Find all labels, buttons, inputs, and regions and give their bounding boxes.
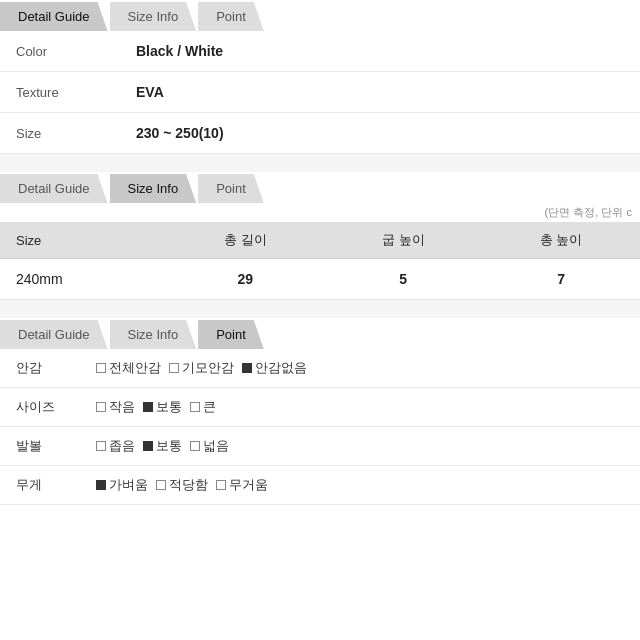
cell-heel-height: 5 [324, 259, 482, 300]
checkbox-jeonche [96, 363, 106, 373]
tab-point-1[interactable]: Point [198, 2, 264, 31]
checkbox-normal-size [143, 402, 153, 412]
table-row: 사이즈 작음 보통 큰 [0, 388, 640, 427]
option-narrow: 좁음 [96, 437, 135, 455]
tab-point-2[interactable]: Point [198, 174, 264, 203]
tab-bar-1: Detail Guide Size Info Point [0, 0, 640, 31]
section-point: Detail Guide Size Info Point 안감 전체안감 기모안… [0, 318, 640, 505]
option-large: 큰 [190, 398, 216, 416]
point-table: 안감 전체안감 기모안감 안감없음 [0, 349, 640, 505]
point-options-3: 좁음 보통 넓음 [80, 427, 640, 466]
spacer-1 [0, 154, 640, 172]
detail-guide-table: Color Black / White Texture EVA Size 230… [0, 31, 640, 154]
checkbox-narrow [96, 441, 106, 451]
checkbox-wide [190, 441, 200, 451]
point-label-4: 무게 [0, 466, 80, 505]
option-normal-width: 보통 [143, 437, 182, 455]
cell-total-length: 29 [166, 259, 324, 300]
label-texture: Texture [0, 72, 120, 113]
point-options-4: 가벼움 적당함 무거움 [80, 466, 640, 505]
checkbox-small [96, 402, 106, 412]
checkbox-heavy [216, 480, 226, 490]
col-header-total-length: 총 길이 [166, 222, 324, 259]
point-label-3: 발볼 [0, 427, 80, 466]
tab-size-info-2[interactable]: Size Info [110, 174, 197, 203]
point-label-2: 사이즈 [0, 388, 80, 427]
tab-detail-guide-1[interactable]: Detail Guide [0, 2, 108, 31]
table-row: Size 230 ~ 250(10) [0, 113, 640, 154]
point-options-2: 작음 보통 큰 [80, 388, 640, 427]
section-size-info: Detail Guide Size Info Point (단면 측정, 단위 … [0, 172, 640, 300]
tab-detail-guide-2[interactable]: Detail Guide [0, 174, 108, 203]
tab-size-info-1[interactable]: Size Info [110, 2, 197, 31]
value-size: 230 ~ 250(10) [120, 113, 640, 154]
tab-point-3[interactable]: Point [198, 320, 264, 349]
col-header-heel-height: 굽 높이 [324, 222, 482, 259]
spacer-2 [0, 300, 640, 318]
checkbox-medium-weight [156, 480, 166, 490]
table-header-row: Size 총 길이 굽 높이 총 높이 [0, 222, 640, 259]
tab-bar-3: Detail Guide Size Info Point [0, 318, 640, 349]
option-noanlining: 안감없음 [242, 359, 307, 377]
table-row: 발볼 좁음 보통 넓음 [0, 427, 640, 466]
tab-size-info-3[interactable]: Size Info [110, 320, 197, 349]
label-size: Size [0, 113, 120, 154]
tab-bar-2: Detail Guide Size Info Point [0, 172, 640, 203]
table-row: Texture EVA [0, 72, 640, 113]
checkbox-gimo [169, 363, 179, 373]
point-label-1: 안감 [0, 349, 80, 388]
table-row: 240mm 29 5 7 [0, 259, 640, 300]
col-header-total-height: 총 높이 [482, 222, 640, 259]
checkbox-light [96, 480, 106, 490]
option-wide: 넓음 [190, 437, 229, 455]
table-row: 안감 전체안감 기모안감 안감없음 [0, 349, 640, 388]
label-color: Color [0, 31, 120, 72]
checkbox-large [190, 402, 200, 412]
option-jeonche: 전체안감 [96, 359, 161, 377]
size-table: Size 총 길이 굽 높이 총 높이 240mm 29 5 7 [0, 222, 640, 300]
cell-size: 240mm [0, 259, 166, 300]
point-options-1: 전체안감 기모안감 안감없음 [80, 349, 640, 388]
value-color: Black / White [120, 31, 640, 72]
section-detail-guide-1: Detail Guide Size Info Point Color Black… [0, 0, 640, 154]
option-small: 작음 [96, 398, 135, 416]
checkbox-noanlining [242, 363, 252, 373]
table-row: Color Black / White [0, 31, 640, 72]
option-medium-weight: 적당함 [156, 476, 208, 494]
tab-detail-guide-3[interactable]: Detail Guide [0, 320, 108, 349]
option-gimo: 기모안감 [169, 359, 234, 377]
col-header-size: Size [0, 222, 166, 259]
size-note: (단면 측정, 단위 c [0, 203, 640, 222]
value-texture: EVA [120, 72, 640, 113]
option-heavy: 무거움 [216, 476, 268, 494]
table-row: 무게 가벼움 적당함 무거움 [0, 466, 640, 505]
cell-total-height: 7 [482, 259, 640, 300]
checkbox-normal-width [143, 441, 153, 451]
option-light: 가벼움 [96, 476, 148, 494]
option-normal-size: 보통 [143, 398, 182, 416]
